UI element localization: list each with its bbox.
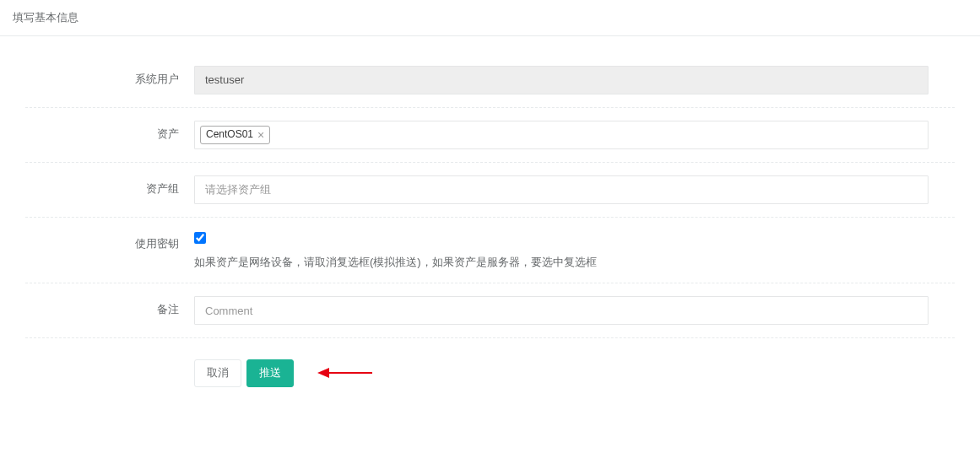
asset-group-select[interactable]: 请选择资产组 [194,175,929,204]
svg-marker-1 [317,368,329,378]
form-actions: 取消 推送 [25,338,955,387]
asset-group-placeholder: 请选择资产组 [200,179,276,202]
panel-body: 系统用户 testuser 资产 CentOS01 × 资产组 请选择资产组 [0,36,980,413]
form-group-asset: 资产 CentOS01 × [25,108,955,163]
label-system-user: 系统用户 [25,66,194,87]
system-user-input: testuser [194,66,929,94]
label-asset: 资产 [25,121,194,142]
cancel-button[interactable]: 取消 [194,359,241,387]
use-key-help: 如果资产是网络设备，请取消复选框(模拟推送)，如果资产是服务器，要选中复选框 [194,255,929,270]
label-use-key: 使用密钥 [25,230,194,251]
use-key-checkbox[interactable] [194,232,206,244]
form-group-system-user: 系统用户 testuser [25,53,955,108]
asset-tag: CentOS01 × [200,126,270,144]
close-icon[interactable]: × [257,129,264,141]
form-panel: 填写基本信息 系统用户 testuser 资产 CentOS01 × 资产组 [0,0,980,413]
panel-heading: 填写基本信息 [0,0,980,36]
form-group-asset-group: 资产组 请选择资产组 [25,163,955,218]
asset-tag-label: CentOS01 [206,127,253,142]
label-comment: 备注 [25,296,194,317]
label-asset-group: 资产组 [25,175,194,197]
submit-button[interactable]: 推送 [246,359,294,387]
form-group-use-key: 使用密钥 如果资产是网络设备，请取消复选框(模拟推送)，如果资产是服务器，要选中… [25,218,955,283]
arrow-icon [317,366,372,380]
asset-select[interactable]: CentOS01 × [194,121,929,149]
comment-input[interactable] [194,296,929,325]
form-group-comment: 备注 [25,283,955,338]
